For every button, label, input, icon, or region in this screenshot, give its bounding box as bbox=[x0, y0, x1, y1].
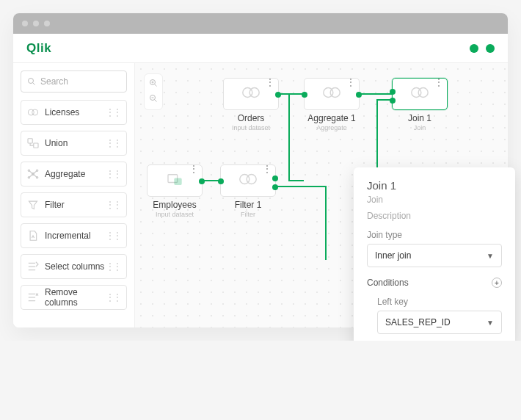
input-port[interactable] bbox=[302, 92, 307, 98]
window-control-dot[interactable] bbox=[33, 21, 39, 26]
svg-line-14 bbox=[33, 174, 37, 178]
conditions-label: Conditions bbox=[367, 278, 409, 288]
add-condition-button[interactable]: + bbox=[492, 278, 502, 288]
left-key-select[interactable]: SALES_REP_ID ▼ bbox=[377, 311, 502, 334]
left-key-value: SALES_REP_ID bbox=[385, 317, 451, 327]
node-join[interactable]: ⋮ Join 1 Join bbox=[392, 78, 448, 131]
node-orders[interactable]: ⋮ Orders Input dataset bbox=[223, 78, 279, 131]
zoom-controls bbox=[144, 73, 163, 110]
properties-panel: Join 1 Join Description Join type Inner … bbox=[354, 167, 515, 341]
window-control-dot[interactable] bbox=[44, 21, 50, 26]
chevron-down-icon: ▼ bbox=[487, 319, 494, 327]
incremental-icon bbox=[27, 230, 39, 242]
node-label: Filter 1 bbox=[220, 200, 276, 210]
output-port[interactable] bbox=[199, 178, 205, 184]
search-icon bbox=[27, 77, 36, 86]
svg-rect-4 bbox=[28, 139, 32, 143]
sidebar-item-remove-columns[interactable]: Remove columns ⋮⋮ bbox=[21, 285, 127, 310]
drag-handle-icon[interactable]: ⋮⋮ bbox=[106, 169, 120, 179]
status-dot bbox=[486, 44, 495, 53]
sidebar-item-label: Licenses bbox=[45, 107, 79, 117]
svg-line-13 bbox=[29, 174, 33, 178]
drag-handle-icon[interactable]: ⋮⋮ bbox=[106, 138, 120, 148]
svg-line-11 bbox=[29, 170, 33, 174]
output-port[interactable] bbox=[275, 92, 281, 98]
join-shape-icon bbox=[409, 86, 430, 102]
filter-icon bbox=[27, 199, 39, 211]
node-subtitle: Input dataset bbox=[223, 124, 279, 131]
panel-title: Join 1 bbox=[367, 179, 502, 192]
sidebar: Search Licenses ⋮⋮ Union ⋮⋮ Agg bbox=[13, 63, 135, 327]
window-control-dot[interactable] bbox=[22, 21, 28, 26]
sidebar-item-filter[interactable]: Filter ⋮⋮ bbox=[21, 192, 127, 217]
input-port[interactable] bbox=[218, 178, 224, 184]
sidebar-item-incremental[interactable]: Incremental ⋮⋮ bbox=[21, 223, 127, 248]
input-port[interactable] bbox=[390, 89, 396, 95]
search-input[interactable]: Search bbox=[21, 70, 127, 93]
svg-rect-37 bbox=[175, 178, 181, 184]
left-key-label: Left key bbox=[377, 297, 502, 307]
svg-point-35 bbox=[418, 87, 428, 97]
node-label: Aggregate 1 bbox=[304, 113, 360, 123]
node-subtitle: Join bbox=[392, 124, 448, 131]
svg-line-1 bbox=[33, 83, 35, 85]
sidebar-item-select-columns[interactable]: Select columns ⋮⋮ bbox=[21, 254, 127, 279]
drag-handle-icon[interactable]: ⋮⋮ bbox=[106, 261, 120, 272]
select-columns-icon bbox=[27, 261, 39, 272]
node-menu-icon[interactable]: ⋮ bbox=[346, 81, 355, 84]
svg-rect-5 bbox=[34, 143, 38, 148]
node-subtitle: Aggregate bbox=[304, 124, 360, 131]
svg-point-33 bbox=[330, 87, 340, 97]
node-menu-icon[interactable]: ⋮ bbox=[266, 81, 274, 84]
node-filter[interactable]: ⋮ Filter 1 Filter bbox=[220, 164, 276, 218]
node-subtitle: Filter bbox=[220, 211, 276, 218]
svg-point-39 bbox=[247, 174, 256, 184]
node-menu-icon[interactable]: ⋮ bbox=[434, 81, 443, 84]
search-placeholder: Search bbox=[40, 76, 68, 87]
app-header: Qlik bbox=[13, 34, 508, 63]
brand-logo: Qlik bbox=[26, 41, 51, 56]
aggregate-icon bbox=[27, 168, 39, 180]
sidebar-item-label: Union bbox=[45, 138, 68, 148]
svg-point-0 bbox=[29, 79, 34, 84]
node-label: Employees bbox=[147, 200, 203, 210]
svg-line-28 bbox=[155, 100, 157, 102]
remove-columns-icon bbox=[27, 292, 39, 303]
window-titlebar bbox=[13, 13, 508, 34]
join-shape-icon bbox=[241, 86, 261, 102]
sidebar-item-label: Incremental bbox=[45, 231, 91, 241]
output-port[interactable] bbox=[272, 184, 278, 190]
sidebar-item-aggregate[interactable]: Aggregate ⋮⋮ bbox=[21, 162, 127, 187]
union-icon bbox=[27, 137, 39, 149]
jointype-label: Join type bbox=[367, 230, 502, 240]
node-label: Join 1 bbox=[392, 113, 448, 123]
sidebar-item-label: Select columns bbox=[45, 261, 104, 272]
jointype-select[interactable]: Inner join ▼ bbox=[367, 244, 502, 267]
sidebar-item-union[interactable]: Union ⋮⋮ bbox=[21, 131, 127, 156]
drag-handle-icon[interactable]: ⋮⋮ bbox=[106, 231, 120, 241]
node-menu-icon[interactable]: ⋮ bbox=[263, 167, 272, 170]
node-employees[interactable]: ⋮ Employees Input dataset bbox=[147, 164, 203, 218]
svg-point-3 bbox=[32, 109, 38, 115]
sidebar-item-licenses[interactable]: Licenses ⋮⋮ bbox=[21, 100, 127, 125]
jointype-value: Inner join bbox=[375, 250, 411, 261]
panel-description-label: Description bbox=[367, 211, 502, 221]
input-port[interactable] bbox=[390, 98, 396, 104]
zoom-out-button[interactable] bbox=[149, 94, 158, 105]
zoom-in-button[interactable] bbox=[149, 79, 158, 90]
node-aggregate[interactable]: ⋮ Aggregate 1 Aggregate bbox=[304, 78, 360, 131]
node-subtitle: Input dataset bbox=[147, 211, 203, 218]
sidebar-item-label: Aggregate bbox=[45, 169, 85, 179]
status-dot bbox=[470, 44, 478, 53]
output-port[interactable] bbox=[272, 175, 278, 181]
output-port[interactable] bbox=[356, 92, 362, 98]
join-shape-icon bbox=[238, 173, 258, 189]
sidebar-item-label: Remove columns bbox=[45, 287, 106, 308]
drag-handle-icon[interactable]: ⋮⋮ bbox=[106, 292, 120, 303]
chevron-down-icon: ▼ bbox=[487, 252, 494, 260]
app-window: Qlik Search Licenses ⋮⋮ Union bbox=[13, 13, 508, 327]
node-menu-icon[interactable]: ⋮ bbox=[189, 167, 198, 170]
sidebar-item-label: Filter bbox=[45, 200, 65, 210]
drag-handle-icon[interactable]: ⋮⋮ bbox=[106, 200, 120, 210]
drag-handle-icon[interactable]: ⋮⋮ bbox=[106, 107, 120, 117]
